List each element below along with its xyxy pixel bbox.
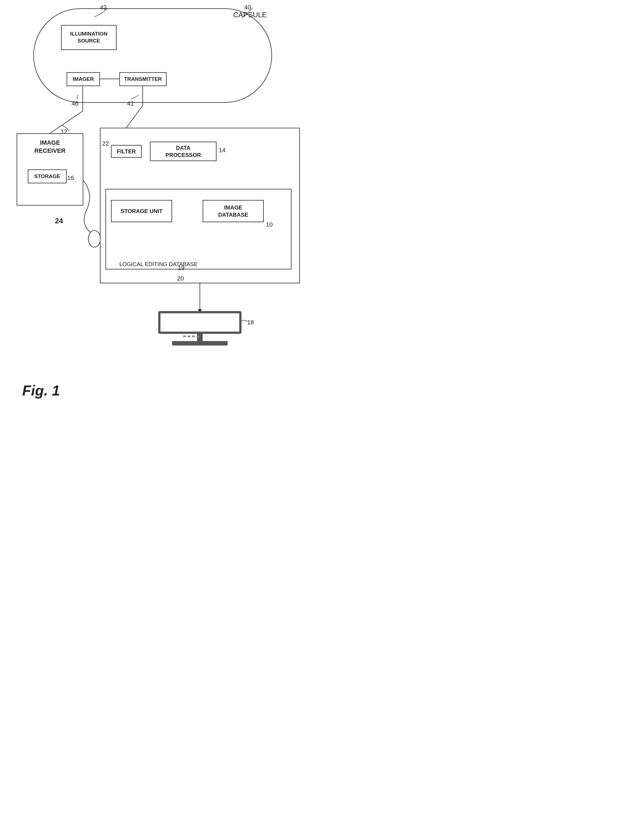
monitor-buttons [183,336,199,337]
image-database-box: IMAGE DATABASE [203,200,264,222]
ref-46: 46 [72,100,78,107]
monitor-stand-neck [197,333,203,342]
ref-20: 20 [177,275,184,282]
illumination-source-box: ILLUMINATION SOURCE [61,25,116,50]
ref-24: 24 [55,217,63,225]
storage-inner-box: STORAGE [28,169,67,183]
image-database-label: IMAGE DATABASE [218,204,248,218]
ref-14: 14 [219,146,226,154]
monitor-btn-3 [192,336,195,337]
data-processor-label: DATA PROCESSOR [165,144,201,159]
ref-16: 16 [67,174,74,181]
transmitter-label: TRANSMITTER [124,76,162,83]
transmitter-box: TRANSMITTER [119,72,167,86]
monitor-btn-1 [183,336,186,337]
image-receiver-label: IMAGE RECEIVER [22,139,78,155]
capsule-outline [33,8,272,103]
capsule-label: CAPSULE [233,11,267,19]
data-processor-box: DATA PROCESSOR [150,142,216,161]
svg-point-4 [88,231,100,247]
storage-unit-box: STORAGE UNIT [111,200,172,222]
logical-editing-label: LOGICAL EDITING DATABASE [119,261,198,267]
ref-19: 19 [178,264,184,272]
monitor-btn-4 [197,336,199,337]
ref-18: 18 [247,319,254,326]
svg-line-3 [126,105,143,128]
filter-box: FILTER [111,145,142,158]
monitor-stand-base [172,341,227,345]
ref-42: 42 [100,4,107,11]
ref-12: 12 [60,128,67,135]
illumination-source-label: ILLUMINATION SOURCE [70,30,108,44]
monitor-screen-outer: MONITOR [158,311,242,334]
ref-10: 10 [266,221,273,228]
diagram-container: CAPSULE 40 42 ILLUMINATION SOURCE IMAGER… [0,0,322,416]
imager-box: IMAGER [67,72,100,86]
imager-label: IMAGER [73,76,94,83]
storage-unit-label: STORAGE UNIT [121,207,163,215]
monitor-btn-2 [188,336,191,337]
ref-41: 41 [127,100,134,107]
imager-transmitter-connector [100,79,119,79]
ref-40: 40 [244,4,251,11]
filter-label: FILTER [117,148,136,155]
fig-label: Fig. 1 [22,382,60,399]
ref-22: 22 [102,140,109,147]
storage-label: STORAGE [34,173,60,180]
